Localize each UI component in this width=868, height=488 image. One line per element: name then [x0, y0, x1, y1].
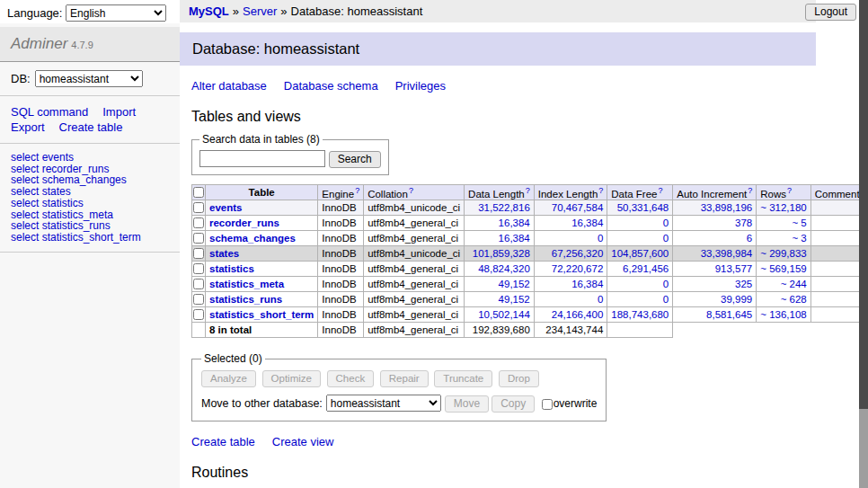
overwrite-checkbox[interactable]	[542, 399, 553, 410]
help-icon-engine[interactable]: ?	[355, 186, 359, 195]
sidebar-link-select-statistics_short_term[interactable]: select statistics_short_term	[11, 231, 141, 244]
auto-increment-link-recorder_runs[interactable]: 378	[735, 217, 752, 228]
alter-database-link[interactable]: Alter database	[191, 79, 267, 93]
db-selector-row: DB:homeassistant	[0, 62, 180, 96]
index-length-link-statistics[interactable]: 72,220,672	[552, 263, 604, 274]
copy-button[interactable]: Copy	[492, 395, 535, 413]
rows-link-statistics_short_term[interactable]: ~ 136,108	[760, 309, 806, 320]
rows-link-statistics_meta[interactable]: ~ 244	[781, 279, 807, 289]
check-button[interactable]: Check	[327, 370, 375, 387]
table-link-schema_changes[interactable]: schema_changes	[209, 233, 296, 244]
db-select[interactable]: homeassistant	[35, 70, 143, 87]
data-length-link-statistics[interactable]: 48,824,320	[478, 263, 530, 274]
auto-increment-link-statistics[interactable]: 913,577	[715, 263, 753, 274]
sql-command-link[interactable]: SQL command	[11, 105, 88, 119]
index-length-link-statistics_runs[interactable]: 0	[598, 294, 603, 305]
import-link[interactable]: Import	[102, 105, 136, 119]
data-length-link-states[interactable]: 101,859,328	[473, 248, 530, 259]
help-icon-data-free[interactable]: ?	[658, 186, 662, 195]
select-all-checkbox[interactable]	[193, 187, 204, 198]
table-link-events[interactable]: events	[209, 202, 242, 213]
help-icon-index-length[interactable]: ?	[598, 186, 603, 195]
index-length-link-schema_changes[interactable]: 0	[598, 233, 603, 244]
auto-increment-link-statistics_runs[interactable]: 39,999	[721, 294, 752, 305]
logout-button[interactable]: Logout	[805, 4, 856, 21]
row-checkbox-recorder_runs[interactable]	[193, 217, 204, 228]
data-length-link-recorder_runs[interactable]: 16,384	[499, 217, 530, 228]
data-free-link-schema_changes[interactable]: 0	[663, 233, 669, 244]
rows-link-statistics_runs[interactable]: ~ 628	[781, 294, 807, 305]
data-length-link-schema_changes[interactable]: 16,384	[499, 233, 530, 244]
auto-increment-link-events[interactable]: 33,898,196	[701, 202, 753, 213]
index-length-link-events[interactable]: 70,467,584	[552, 202, 604, 213]
search-input[interactable]	[199, 150, 325, 167]
data-free-link-states[interactable]: 104,857,600	[611, 248, 669, 259]
data-length-link-events[interactable]: 31,522,816	[478, 202, 530, 213]
auto-increment-link-schema_changes[interactable]: 6	[747, 233, 752, 244]
row-checkbox-cell	[192, 200, 206, 216]
move-button[interactable]: Move	[445, 395, 489, 413]
privileges-link[interactable]: Privileges	[395, 79, 446, 93]
row-checkbox-statistics_runs[interactable]	[193, 294, 204, 305]
data-free-link-statistics_runs[interactable]: 0	[663, 294, 669, 305]
data-free-link-statistics_meta[interactable]: 0	[663, 279, 669, 289]
index-length-link-statistics_meta[interactable]: 16,384	[571, 279, 603, 289]
rows-link-states[interactable]: ~ 299,833	[760, 248, 806, 259]
breadcrumb-mysql-link[interactable]: MySQL	[189, 4, 229, 18]
table-row-recorder_runs: recorder_runsInnoDButf8mb4_general_ci16,…	[192, 216, 868, 231]
rows-link-events[interactable]: ~ 312,180	[760, 202, 806, 213]
help-icon-rows[interactable]: ?	[787, 186, 792, 195]
rows-cell: ~ 244	[757, 277, 810, 292]
language-select[interactable]: English	[66, 4, 166, 22]
auto-increment-link-states[interactable]: 33,398,984	[701, 248, 753, 259]
create-table-link-sidebar[interactable]: Create table	[59, 120, 123, 134]
auto-increment-link-statistics_meta[interactable]: 325	[735, 279, 752, 289]
create-table-link[interactable]: Create table	[191, 435, 255, 448]
data-free-link-statistics[interactable]: 6,291,456	[623, 263, 669, 274]
data-free-link-events[interactable]: 50,331,648	[617, 202, 669, 213]
col-header-collation: Collation?	[364, 184, 465, 200]
auto-increment-link-statistics_short_term[interactable]: 8,581,645	[706, 309, 752, 320]
help-icon-data-length[interactable]: ?	[526, 186, 530, 195]
breadcrumb-server-link[interactable]: Server	[243, 4, 277, 18]
drop-button[interactable]: Drop	[499, 370, 539, 387]
rows-link-statistics[interactable]: ~ 569,159	[760, 263, 806, 274]
row-checkbox-statistics[interactable]	[193, 263, 204, 274]
data-length-link-statistics_meta[interactable]: 49,152	[499, 279, 530, 289]
table-link-statistics_meta[interactable]: statistics_meta	[209, 279, 284, 289]
table-link-statistics_runs[interactable]: statistics_runs	[209, 294, 282, 305]
index-length-link-statistics_short_term[interactable]: 24,166,400	[552, 309, 604, 320]
repair-button[interactable]: Repair	[380, 370, 429, 387]
row-checkbox-events[interactable]	[193, 202, 204, 213]
data-free-link-recorder_runs[interactable]: 0	[663, 217, 669, 228]
table-link-states[interactable]: states	[209, 248, 239, 259]
search-button[interactable]: Search	[329, 151, 381, 168]
optimize-button[interactable]: Optimize	[262, 370, 321, 387]
row-checkbox-statistics_meta[interactable]	[193, 279, 204, 289]
row-checkbox-states[interactable]	[193, 248, 204, 259]
row-checkbox-statistics_short_term[interactable]	[193, 309, 204, 320]
table-link-recorder_runs[interactable]: recorder_runs	[209, 217, 279, 228]
analyze-button[interactable]: Analyze	[201, 370, 256, 387]
table-link-statistics_short_term[interactable]: statistics_short_term	[209, 309, 314, 320]
help-icon-auto-increment[interactable]: ?	[748, 186, 752, 195]
truncate-button[interactable]: Truncate	[434, 370, 492, 387]
row-checkbox-schema_changes[interactable]	[193, 233, 204, 244]
scrollbar[interactable]	[859, 0, 868, 488]
table-link-statistics[interactable]: statistics	[209, 263, 254, 274]
export-link[interactable]: Export	[11, 120, 45, 134]
data-length-link-statistics_runs[interactable]: 49,152	[499, 294, 530, 305]
scrollbar-thumb[interactable]	[859, 0, 868, 409]
create-view-link[interactable]: Create view	[272, 435, 334, 448]
index-length-link-states[interactable]: 67,256,320	[552, 248, 604, 259]
rows-link-recorder_runs[interactable]: ~ 5	[792, 217, 806, 228]
rows-link-schema_changes[interactable]: ~ 3	[792, 233, 806, 244]
help-icon-collation[interactable]: ?	[409, 186, 413, 195]
move-db-select[interactable]: homeassistant	[326, 395, 441, 412]
index-length-link-recorder_runs[interactable]: 16,384	[571, 217, 603, 228]
database-schema-link[interactable]: Database schema	[284, 79, 378, 93]
data-length-link-statistics_short_term[interactable]: 10,502,144	[478, 309, 530, 320]
data-free-link-statistics_short_term[interactable]: 188,743,680	[611, 309, 669, 320]
engine-cell: InnoDB	[318, 262, 364, 277]
app-name-link[interactable]: Adminer	[11, 35, 67, 52]
